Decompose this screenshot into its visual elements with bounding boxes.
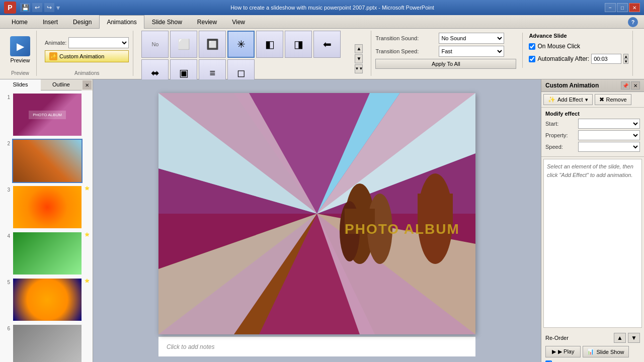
undo-button[interactable]: ↩ bbox=[32, 3, 42, 12]
slides-list: 1 PHOTO ALBUM 2 3 ⭐ bbox=[0, 90, 93, 362]
slide-icon-4: ⭐ bbox=[85, 232, 90, 237]
remove-button[interactable]: ✖ Remove bbox=[595, 94, 631, 105]
animations-group-label: Animations bbox=[45, 68, 129, 76]
action-row: ▶ ▶ Play 📊 Slide Show bbox=[543, 344, 642, 359]
transition-scroll-up[interactable]: ▲ bbox=[355, 44, 363, 53]
transition-pinwheel[interactable]: ✳ bbox=[227, 31, 255, 58]
tab-review[interactable]: Review bbox=[190, 15, 224, 29]
quick-access-toolbar: P 💾 ↩ ↪ ▾ bbox=[4, 2, 60, 14]
transition-wipe[interactable]: ⬜ bbox=[170, 31, 197, 58]
apply-to-all-button[interactable]: Apply To All bbox=[375, 59, 516, 69]
close-button[interactable]: ✕ bbox=[629, 3, 640, 12]
slides-panel: Slides Outline ✕ 1 PHOTO ALBUM 2 bbox=[0, 79, 93, 362]
slideshow-label: Slide Show bbox=[596, 349, 624, 355]
play-icon: ▶ bbox=[552, 348, 556, 355]
transition-push[interactable]: ⬅ bbox=[313, 31, 341, 58]
slide-thumb-1[interactable]: PHOTO ALBUM bbox=[12, 93, 83, 137]
panel-controls: 📌 ✕ bbox=[621, 81, 640, 89]
help-button[interactable]: ? bbox=[628, 17, 638, 27]
panel-title: Custom Animation bbox=[545, 82, 599, 89]
anim-speed-dropdown[interactable] bbox=[578, 142, 640, 152]
transition-uncover[interactable]: ◧ bbox=[256, 31, 283, 58]
notes-placeholder: Click to add notes bbox=[167, 343, 214, 350]
play-button[interactable]: ▶ ▶ Play bbox=[545, 346, 581, 357]
minimize-button[interactable]: − bbox=[605, 3, 616, 12]
slide-item-6[interactable]: 6 bbox=[2, 324, 91, 362]
custom-animation-label: Custom Animation bbox=[59, 53, 104, 59]
time-input[interactable] bbox=[591, 54, 621, 64]
tab-insert[interactable]: Insert bbox=[35, 15, 65, 29]
outline-tab[interactable]: Outline bbox=[41, 79, 82, 90]
slide-item-5[interactable]: 5 ⭐ bbox=[2, 278, 91, 322]
property-dropdown[interactable] bbox=[578, 130, 640, 140]
slide-item-3[interactable]: 3 ⭐ bbox=[2, 185, 91, 229]
start-dropdown[interactable] bbox=[578, 119, 640, 129]
slide-thumb-5[interactable] bbox=[12, 278, 83, 322]
slides-tab[interactable]: Slides bbox=[0, 79, 41, 90]
transition-dissolve[interactable]: 🔲 bbox=[199, 31, 226, 58]
start-label: Start: bbox=[545, 121, 578, 127]
modify-title: Modify effect bbox=[545, 111, 640, 117]
panel-header: Custom Animation 📌 ✕ bbox=[541, 79, 644, 92]
auto-after-label: Automatically After: bbox=[537, 55, 589, 62]
ribbon-group-trans-settings: Transition Sound: No Sound Transition Sp… bbox=[371, 31, 633, 76]
slide-number-5: 5 bbox=[2, 278, 10, 285]
transition-scroll-more[interactable]: ▼▼ bbox=[355, 64, 363, 73]
preview-label: Preview bbox=[10, 57, 30, 63]
preview-button[interactable]: ▶ Preview bbox=[8, 34, 32, 65]
auto-after-checkbox[interactable] bbox=[529, 56, 535, 62]
slide-canvas[interactable]: PHOTO ALBUM bbox=[158, 93, 475, 334]
panel-pin-button[interactable]: 📌 bbox=[621, 81, 630, 89]
add-effect-button[interactable]: ✨ Add Effect ▾ bbox=[543, 94, 593, 105]
slide-thumb-2[interactable] bbox=[12, 139, 83, 183]
remove-icon: ✖ bbox=[599, 96, 604, 103]
custom-animation-panel: Custom Animation 📌 ✕ ✨ Add Effect ▾ ✖ Re… bbox=[541, 79, 644, 362]
play-label: ▶ Play bbox=[558, 348, 574, 355]
maximize-button[interactable]: □ bbox=[617, 3, 628, 12]
reorder-up-button[interactable]: ▲ bbox=[614, 333, 626, 343]
tab-design[interactable]: Design bbox=[65, 15, 99, 29]
reorder-row: Re-Order ▲ ▼ bbox=[543, 332, 642, 344]
custom-animation-button[interactable]: ✨ Custom Animation bbox=[45, 50, 129, 62]
save-button[interactable]: 💾 bbox=[20, 3, 30, 12]
animate-label: Animate: bbox=[45, 40, 66, 46]
speed-dropdown[interactable]: Fast bbox=[439, 46, 504, 57]
panel-close-button[interactable]: ✕ bbox=[83, 80, 92, 89]
slide-icon-3: ⭐ bbox=[85, 186, 90, 191]
transition-cover[interactable]: ◨ bbox=[285, 31, 312, 58]
slide-number-1: 1 bbox=[2, 93, 10, 100]
panel-close-button-right[interactable]: ✕ bbox=[631, 81, 640, 89]
panel-toolbar: ✨ Add Effect ▾ ✖ Remove bbox=[541, 92, 644, 108]
reorder-down-button[interactable]: ▼ bbox=[628, 333, 640, 343]
slideshow-icon: 📊 bbox=[587, 348, 594, 355]
tab-home[interactable]: Home bbox=[4, 15, 35, 29]
animation-hint-text: Select an element of the slide, then cli… bbox=[547, 163, 633, 178]
transition-none[interactable]: No bbox=[141, 31, 169, 58]
slideshow-button[interactable]: 📊 Slide Show bbox=[583, 346, 628, 357]
tab-view[interactable]: View bbox=[224, 15, 253, 29]
slide-number-2: 2 bbox=[2, 139, 10, 146]
slide-item-2[interactable]: 2 bbox=[2, 139, 91, 183]
sound-dropdown[interactable]: No Sound bbox=[439, 33, 504, 44]
window-controls: − □ ✕ bbox=[605, 3, 640, 12]
tab-slideshow[interactable]: Slide Show bbox=[144, 15, 190, 29]
time-down[interactable]: ▼ bbox=[623, 59, 628, 64]
canvas-area: PHOTO ALBUM Click to add notes bbox=[93, 79, 541, 362]
remove-label: Remove bbox=[606, 97, 627, 103]
slide-thumb-3[interactable] bbox=[12, 185, 83, 229]
slide-item-1[interactable]: 1 PHOTO ALBUM bbox=[2, 93, 91, 137]
tab-animations[interactable]: Animations bbox=[99, 15, 144, 29]
slide-thumb-6[interactable] bbox=[12, 324, 83, 362]
ribbon-group-preview: ▶ Preview Preview bbox=[4, 31, 37, 76]
on-mouse-click-checkbox[interactable] bbox=[529, 43, 535, 50]
time-up[interactable]: ▲ bbox=[623, 54, 628, 59]
notes-area[interactable]: Click to add notes bbox=[158, 336, 475, 356]
preview-icon: ▶ bbox=[10, 36, 30, 56]
slide-thumb-4[interactable] bbox=[12, 231, 83, 276]
modify-effect-section: Modify effect Start: Property: Speed: bbox=[541, 108, 644, 157]
slide-item-4[interactable]: 4 ⭐ bbox=[2, 231, 91, 276]
transition-scroll-down[interactable]: ▼ bbox=[355, 54, 363, 63]
redo-button[interactable]: ↪ bbox=[44, 3, 54, 12]
transition-scroll: ▲ ▼ ▼▼ bbox=[355, 44, 363, 73]
animate-dropdown[interactable] bbox=[68, 37, 129, 48]
